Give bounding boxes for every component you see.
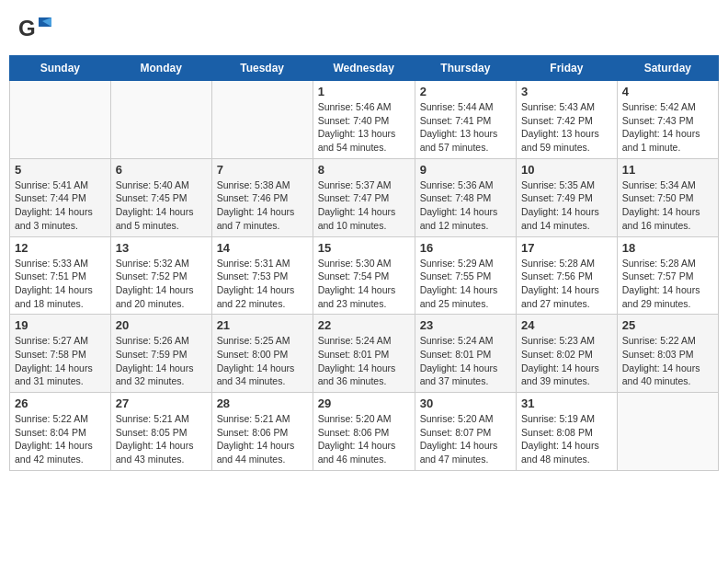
day-info: Sunrise: 5:24 AMSunset: 8:01 PMDaylight:… bbox=[318, 334, 410, 388]
calendar-day-header: Wednesday bbox=[313, 56, 415, 81]
day-info: Sunrise: 5:36 AMSunset: 7:48 PMDaylight:… bbox=[420, 178, 511, 233]
calendar-day-header: Friday bbox=[517, 56, 618, 81]
day-number: 7 bbox=[217, 163, 308, 177]
calendar-day-header: Tuesday bbox=[211, 56, 313, 81]
day-number: 3 bbox=[521, 85, 612, 98]
calendar-cell: 13Sunrise: 5:32 AMSunset: 7:52 PMDayligh… bbox=[110, 236, 211, 315]
day-number: 20 bbox=[116, 318, 207, 332]
calendar-cell: 20Sunrise: 5:26 AMSunset: 7:59 PMDayligh… bbox=[110, 315, 211, 393]
day-info: Sunrise: 5:29 AMSunset: 7:55 PMDaylight:… bbox=[420, 257, 511, 311]
day-info: Sunrise: 5:27 AMSunset: 7:58 PMDaylight:… bbox=[15, 334, 106, 388]
page-header: G bbox=[9, 9, 719, 46]
calendar-week-row: 1Sunrise: 5:46 AMSunset: 7:40 PMDaylight… bbox=[10, 81, 719, 159]
day-info: Sunrise: 5:21 AMSunset: 8:05 PMDaylight:… bbox=[116, 412, 207, 466]
calendar-cell: 11Sunrise: 5:34 AMSunset: 7:50 PMDayligh… bbox=[617, 158, 718, 236]
day-number: 25 bbox=[622, 318, 713, 332]
day-number: 27 bbox=[116, 396, 207, 410]
calendar-cell: 26Sunrise: 5:22 AMSunset: 8:04 PMDayligh… bbox=[10, 393, 111, 471]
day-info: Sunrise: 5:30 AMSunset: 7:54 PMDaylight:… bbox=[318, 257, 410, 311]
calendar-cell: 9Sunrise: 5:36 AMSunset: 7:48 PMDaylight… bbox=[415, 158, 516, 236]
calendar-cell bbox=[110, 81, 211, 159]
day-number: 26 bbox=[15, 396, 106, 410]
day-number: 23 bbox=[420, 318, 511, 332]
day-number: 24 bbox=[521, 318, 612, 332]
day-info: Sunrise: 5:40 AMSunset: 7:45 PMDaylight:… bbox=[116, 178, 207, 233]
calendar-cell: 28Sunrise: 5:21 AMSunset: 8:06 PMDayligh… bbox=[211, 393, 313, 471]
day-number: 1 bbox=[318, 85, 410, 98]
calendar-cell: 1Sunrise: 5:46 AMSunset: 7:40 PMDaylight… bbox=[313, 81, 415, 159]
day-number: 12 bbox=[15, 241, 106, 255]
day-number: 18 bbox=[622, 241, 713, 255]
day-info: Sunrise: 5:34 AMSunset: 7:50 PMDaylight:… bbox=[622, 178, 713, 233]
day-info: Sunrise: 5:22 AMSunset: 8:04 PMDaylight:… bbox=[15, 412, 106, 466]
calendar-week-row: 5Sunrise: 5:41 AMSunset: 7:44 PMDaylight… bbox=[10, 158, 719, 236]
calendar-cell: 16Sunrise: 5:29 AMSunset: 7:55 PMDayligh… bbox=[415, 236, 516, 315]
day-info: Sunrise: 5:28 AMSunset: 7:56 PMDaylight:… bbox=[521, 257, 612, 311]
day-number: 5 bbox=[15, 163, 106, 177]
calendar-cell: 17Sunrise: 5:28 AMSunset: 7:56 PMDayligh… bbox=[517, 236, 618, 315]
calendar-cell: 5Sunrise: 5:41 AMSunset: 7:44 PMDaylight… bbox=[10, 158, 111, 236]
day-number: 2 bbox=[420, 85, 511, 98]
day-info: Sunrise: 5:20 AMSunset: 8:07 PMDaylight:… bbox=[420, 412, 511, 466]
day-number: 28 bbox=[217, 396, 308, 410]
day-number: 9 bbox=[420, 163, 511, 177]
calendar-week-row: 12Sunrise: 5:33 AMSunset: 7:51 PMDayligh… bbox=[10, 236, 719, 315]
logo-icon: G bbox=[18, 14, 53, 41]
calendar-cell: 15Sunrise: 5:30 AMSunset: 7:54 PMDayligh… bbox=[313, 236, 415, 315]
calendar-cell: 3Sunrise: 5:43 AMSunset: 7:42 PMDaylight… bbox=[517, 81, 618, 159]
calendar-day-header: Sunday bbox=[10, 56, 111, 81]
day-info: Sunrise: 5:19 AMSunset: 8:08 PMDaylight:… bbox=[521, 412, 612, 466]
calendar-cell: 2Sunrise: 5:44 AMSunset: 7:41 PMDaylight… bbox=[415, 81, 516, 159]
day-info: Sunrise: 5:35 AMSunset: 7:49 PMDaylight:… bbox=[521, 178, 612, 233]
calendar-cell: 6Sunrise: 5:40 AMSunset: 7:45 PMDaylight… bbox=[110, 158, 211, 236]
calendar-cell: 31Sunrise: 5:19 AMSunset: 8:08 PMDayligh… bbox=[517, 393, 618, 471]
calendar-cell: 19Sunrise: 5:27 AMSunset: 7:58 PMDayligh… bbox=[10, 315, 111, 393]
day-number: 29 bbox=[318, 396, 410, 410]
day-number: 11 bbox=[622, 163, 713, 177]
calendar-header-row: SundayMondayTuesdayWednesdayThursdayFrid… bbox=[10, 56, 719, 81]
calendar-cell: 29Sunrise: 5:20 AMSunset: 8:06 PMDayligh… bbox=[313, 393, 415, 471]
calendar-cell: 12Sunrise: 5:33 AMSunset: 7:51 PMDayligh… bbox=[10, 236, 111, 315]
calendar-cell: 24Sunrise: 5:23 AMSunset: 8:02 PMDayligh… bbox=[517, 315, 618, 393]
calendar-cell: 10Sunrise: 5:35 AMSunset: 7:49 PMDayligh… bbox=[517, 158, 618, 236]
calendar-cell: 14Sunrise: 5:31 AMSunset: 7:53 PMDayligh… bbox=[211, 236, 313, 315]
day-info: Sunrise: 5:31 AMSunset: 7:53 PMDaylight:… bbox=[217, 257, 308, 311]
day-number: 10 bbox=[521, 163, 612, 177]
calendar-cell: 4Sunrise: 5:42 AMSunset: 7:43 PMDaylight… bbox=[617, 81, 718, 159]
calendar-cell bbox=[211, 81, 313, 159]
day-info: Sunrise: 5:24 AMSunset: 8:01 PMDaylight:… bbox=[420, 334, 511, 388]
day-info: Sunrise: 5:28 AMSunset: 7:57 PMDaylight:… bbox=[622, 257, 713, 311]
calendar-cell: 18Sunrise: 5:28 AMSunset: 7:57 PMDayligh… bbox=[617, 236, 718, 315]
calendar-cell bbox=[10, 81, 111, 159]
day-number: 16 bbox=[420, 241, 511, 255]
day-info: Sunrise: 5:37 AMSunset: 7:47 PMDaylight:… bbox=[318, 178, 410, 233]
day-info: Sunrise: 5:25 AMSunset: 8:00 PMDaylight:… bbox=[217, 334, 308, 388]
day-number: 8 bbox=[318, 163, 410, 177]
calendar-cell bbox=[617, 393, 718, 471]
calendar-week-row: 19Sunrise: 5:27 AMSunset: 7:58 PMDayligh… bbox=[10, 315, 719, 393]
day-info: Sunrise: 5:41 AMSunset: 7:44 PMDaylight:… bbox=[15, 178, 106, 233]
svg-text:G: G bbox=[18, 16, 36, 40]
calendar-cell: 25Sunrise: 5:22 AMSunset: 8:03 PMDayligh… bbox=[617, 315, 718, 393]
day-number: 13 bbox=[116, 241, 207, 255]
calendar-cell: 21Sunrise: 5:25 AMSunset: 8:00 PMDayligh… bbox=[211, 315, 313, 393]
day-info: Sunrise: 5:38 AMSunset: 7:46 PMDaylight:… bbox=[217, 178, 308, 233]
day-info: Sunrise: 5:44 AMSunset: 7:41 PMDaylight:… bbox=[420, 100, 511, 155]
calendar-day-header: Thursday bbox=[415, 56, 516, 81]
day-info: Sunrise: 5:33 AMSunset: 7:51 PMDaylight:… bbox=[15, 257, 106, 311]
calendar-day-header: Saturday bbox=[617, 56, 718, 81]
calendar-cell: 23Sunrise: 5:24 AMSunset: 8:01 PMDayligh… bbox=[415, 315, 516, 393]
day-number: 31 bbox=[521, 396, 612, 410]
calendar-cell: 8Sunrise: 5:37 AMSunset: 7:47 PMDaylight… bbox=[313, 158, 415, 236]
day-info: Sunrise: 5:32 AMSunset: 7:52 PMDaylight:… bbox=[116, 257, 207, 311]
calendar-table: SundayMondayTuesdayWednesdayThursdayFrid… bbox=[9, 55, 719, 471]
day-number: 6 bbox=[116, 163, 207, 177]
logo: G bbox=[18, 14, 55, 41]
day-info: Sunrise: 5:23 AMSunset: 8:02 PMDaylight:… bbox=[521, 334, 612, 388]
day-number: 21 bbox=[217, 318, 308, 332]
day-number: 22 bbox=[318, 318, 410, 332]
calendar-cell: 7Sunrise: 5:38 AMSunset: 7:46 PMDaylight… bbox=[211, 158, 313, 236]
calendar-cell: 30Sunrise: 5:20 AMSunset: 8:07 PMDayligh… bbox=[415, 393, 516, 471]
day-number: 30 bbox=[420, 396, 511, 410]
calendar-day-header: Monday bbox=[110, 56, 211, 81]
